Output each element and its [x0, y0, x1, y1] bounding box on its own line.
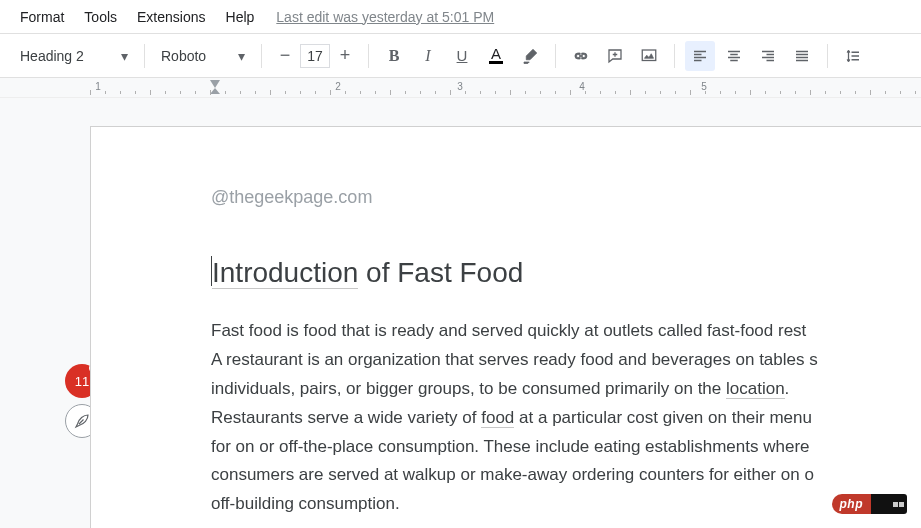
- document-canvas: 11 + @thegeekpage.com Introduction of Fa…: [0, 98, 921, 528]
- body-link-food[interactable]: food: [481, 408, 514, 428]
- toolbar: Heading 2 ▾ Roboto ▾ − + B I U A: [0, 34, 921, 78]
- ruler-tick: [285, 91, 286, 94]
- ruler-tick: [705, 91, 706, 94]
- ruler-tick: [690, 90, 691, 95]
- document-page[interactable]: @thegeekpage.com Introduction of Fast Fo…: [90, 126, 921, 528]
- align-left-icon: [691, 47, 709, 65]
- bold-icon: B: [389, 47, 400, 65]
- ruler-tick: [120, 91, 121, 94]
- chevron-down-icon: ▾: [238, 48, 245, 64]
- line-spacing-icon: [844, 47, 862, 65]
- align-left-button[interactable]: [685, 41, 715, 71]
- ruler-tick: [585, 91, 586, 94]
- increase-font-size-button[interactable]: +: [332, 43, 358, 69]
- image-icon: [640, 47, 658, 65]
- ruler-tick: [210, 90, 211, 95]
- ruler-tick: [255, 91, 256, 94]
- insert-image-button[interactable]: [634, 41, 664, 71]
- menu-help[interactable]: Help: [216, 3, 265, 31]
- chevron-down-icon: ▾: [121, 48, 128, 64]
- ruler-tick: [750, 90, 751, 95]
- bold-button[interactable]: B: [379, 41, 409, 71]
- add-comment-button[interactable]: [600, 41, 630, 71]
- body-text-span: at a particular cost given on their menu: [514, 408, 812, 427]
- php-badge-tail: [871, 494, 907, 514]
- body-link-location[interactable]: location: [726, 379, 785, 399]
- ruler-tick: [855, 91, 856, 94]
- align-center-button[interactable]: [719, 41, 749, 71]
- left-indent-marker[interactable]: [210, 88, 220, 94]
- align-justify-button[interactable]: [787, 41, 817, 71]
- heading-rest: of Fast Food: [358, 257, 523, 288]
- ruler-tick: [900, 91, 901, 94]
- separator: [827, 44, 828, 68]
- document-heading[interactable]: Introduction of Fast Food: [211, 256, 921, 289]
- menu-bar: Format Tools Extensions Help Last edit w…: [0, 0, 921, 34]
- highlighter-icon: [521, 47, 539, 65]
- line-spacing-button[interactable]: [838, 41, 868, 71]
- ruler-tick: [240, 91, 241, 94]
- ruler-number: 2: [335, 81, 341, 92]
- text-color-button[interactable]: A: [481, 41, 511, 71]
- header-watermark: @thegeekpage.com: [211, 187, 921, 208]
- ruler-tick: [435, 91, 436, 94]
- paragraph-style-dropdown[interactable]: Heading 2 ▾: [14, 48, 134, 64]
- ruler-tick: [615, 91, 616, 94]
- align-right-icon: [759, 47, 777, 65]
- body-text-span: off-building consumption.: [211, 494, 400, 513]
- highlight-color-button[interactable]: [515, 41, 545, 71]
- ruler-tick: [180, 91, 181, 94]
- menu-format[interactable]: Format: [10, 3, 74, 31]
- body-text-span: for on or off-the-place consumption. The…: [211, 437, 810, 456]
- ruler-tick: [735, 91, 736, 94]
- ruler-number: 4: [579, 81, 585, 92]
- separator: [674, 44, 675, 68]
- comment-plus-icon: [606, 47, 624, 65]
- body-text-span: consumers are served at walkup or make-a…: [211, 465, 814, 484]
- ruler-tick: [840, 91, 841, 94]
- align-right-button[interactable]: [753, 41, 783, 71]
- ruler-tick: [810, 90, 811, 95]
- ruler-tick: [495, 91, 496, 94]
- italic-icon: I: [425, 47, 430, 65]
- ruler-tick: [345, 91, 346, 94]
- italic-button[interactable]: I: [413, 41, 443, 71]
- ruler-tick: [360, 91, 361, 94]
- ruler-tick: [375, 91, 376, 94]
- ruler-tick: [450, 90, 451, 95]
- font-family-dropdown[interactable]: Roboto ▾: [155, 48, 251, 64]
- ruler-tick: [165, 91, 166, 94]
- php-watermark-badge: php: [832, 494, 908, 514]
- ruler-tick: [135, 91, 136, 94]
- underline-button[interactable]: U: [447, 41, 477, 71]
- ruler-tick: [315, 91, 316, 94]
- body-text-span: individuals, pairs, or bigger groups, to…: [211, 379, 726, 398]
- badge-count: 11: [75, 374, 89, 389]
- php-label: php: [832, 494, 872, 514]
- body-text-span: A restaurant is an organization that ser…: [211, 350, 818, 369]
- decrease-font-size-button[interactable]: −: [272, 43, 298, 69]
- horizontal-ruler[interactable]: 1 2 3 4 5: [90, 78, 921, 98]
- ruler-tick: [420, 91, 421, 94]
- first-line-indent-marker[interactable]: [210, 80, 220, 88]
- document-body-paragraph[interactable]: Fast food is food that is ready and serv…: [211, 317, 921, 519]
- menu-extensions[interactable]: Extensions: [127, 3, 215, 31]
- ruler-tick: [510, 90, 511, 95]
- heading-word-underlined: Introduction: [212, 257, 358, 289]
- underline-icon: U: [457, 47, 468, 64]
- ruler-tick: [795, 91, 796, 94]
- align-justify-icon: [793, 47, 811, 65]
- font-family-label: Roboto: [161, 48, 206, 64]
- ruler-tick: [765, 91, 766, 94]
- ruler-tick: [675, 91, 676, 94]
- last-edit-link[interactable]: Last edit was yesterday at 5:01 PM: [276, 9, 494, 25]
- ruler-tick: [90, 90, 91, 95]
- ruler-tick: [915, 91, 916, 94]
- text-color-icon: A: [489, 47, 503, 64]
- menu-tools[interactable]: Tools: [74, 3, 127, 31]
- font-size-input[interactable]: [300, 44, 330, 68]
- ruler-tick: [390, 90, 391, 95]
- ruler-tick: [630, 90, 631, 95]
- ruler-area: 1 2 3 4 5: [0, 78, 921, 98]
- insert-link-button[interactable]: [566, 41, 596, 71]
